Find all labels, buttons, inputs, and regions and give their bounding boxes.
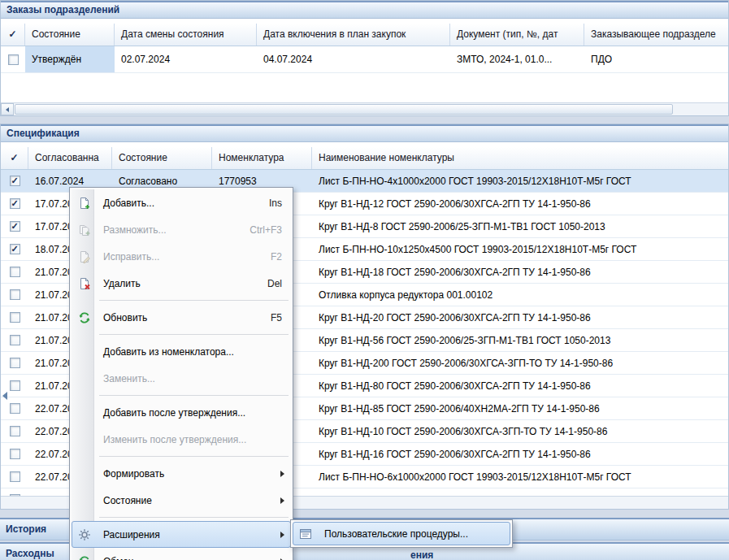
- row-checkbox[interactable]: [10, 426, 20, 436]
- extensions-submenu: Пользовательские процедуры...: [290, 519, 513, 548]
- row-checkbox[interactable]: ✓: [10, 176, 20, 186]
- row-checkbox[interactable]: [10, 312, 20, 323]
- splitter-collapse-icon[interactable]: [0, 388, 9, 404]
- specification-panel-title: Спецификация: [7, 128, 80, 139]
- menu-item-label: Добавить после утверждения...: [103, 407, 282, 419]
- refresh-icon: [78, 311, 91, 324]
- checkbox-cell: ✓: [1, 170, 28, 192]
- orders-cell[interactable]: ЗМТО, 2024-1, 01.0...: [450, 46, 584, 72]
- spec-cell[interactable]: Круг В1-НД-80 ГОСТ 2590-2006/30ХГСА-2ГП …: [312, 375, 728, 397]
- checkbox-cell: [1, 284, 28, 306]
- hscroll-thumb[interactable]: [15, 104, 673, 115]
- menu-item[interactable]: Добавить...Ins: [72, 189, 291, 216]
- menu-item-label: Формировать: [103, 468, 282, 480]
- orders-hscrollbar[interactable]: [1, 102, 728, 115]
- row-checkbox[interactable]: [10, 449, 20, 459]
- specification-panel-header: Спецификация: [1, 124, 728, 142]
- spec-cell[interactable]: Круг В1-НД-200 ГОСТ 2590-2006/30ХГСА-ЗГП…: [312, 352, 728, 374]
- page-add-icon: [78, 197, 91, 210]
- menu-item[interactable]: Обмен: [72, 548, 291, 560]
- checkbox-cell: [1, 466, 28, 488]
- page-copy-icon: [78, 224, 91, 237]
- menu-item-label: Обмен: [103, 556, 282, 560]
- spec-cell[interactable]: Круг В1-НД-85 ГОСТ 2590-2006/40ХН2МА-2ГП…: [312, 397, 728, 419]
- exchange-icon: [78, 555, 91, 560]
- spec-column-header[interactable]: Состояние: [112, 147, 212, 169]
- menu-separator: [72, 331, 291, 338]
- row-checkbox[interactable]: [10, 267, 20, 277]
- spec-cell[interactable]: Круг В1-НД-10 ГОСТ 2590-2006/30ХГСА-ЗГП-…: [312, 420, 728, 442]
- spec-cell[interactable]: Лист Б-ПН-НО-6х1000х2000 ГОСТ 19903-2015…: [312, 466, 728, 488]
- menu-separator: [72, 453, 291, 460]
- menu-item[interactable]: Состояние: [72, 487, 291, 514]
- spec-cell[interactable]: Лист Б-ПН-НО-10х1250х4500 ГОСТ 19903-201…: [312, 238, 728, 260]
- orders-column-header[interactable]: Состояние: [25, 24, 115, 46]
- spec-cell[interactable]: Круг В1-НД-18 ГОСТ 2590-2006/30ХГСА-2ГП …: [312, 261, 728, 283]
- row-checkbox[interactable]: [10, 403, 20, 414]
- scroll-left-arrow-icon: [6, 107, 9, 112]
- menu-separator: [72, 392, 291, 399]
- spec-cell[interactable]: Круг В1-НД-20 ГОСТ 2590-2006/30ХГСА-2ГП …: [312, 306, 728, 328]
- row-checkbox[interactable]: ✓: [10, 221, 20, 232]
- page-edit-icon: [78, 250, 91, 263]
- checkbox-cell: [1, 329, 28, 351]
- orders-cell[interactable]: 02.07.2024: [115, 46, 257, 72]
- menu-item-label: Добавить...: [103, 198, 254, 209]
- spec-select-all-header[interactable]: ✓: [1, 147, 28, 169]
- orders-column-header[interactable]: Заказывающее подразделе: [584, 24, 728, 46]
- checkbox-cell: [1, 46, 25, 72]
- menu-item: Исправить...F2: [72, 243, 291, 270]
- row-checkbox[interactable]: [10, 471, 20, 482]
- row-checkbox[interactable]: ✓: [10, 198, 20, 209]
- submenu-arrow-icon: [280, 497, 284, 504]
- menu-item[interactable]: ОбновитьF5: [72, 304, 291, 331]
- spec-column-header[interactable]: Согласованна: [28, 147, 112, 169]
- spec-cell[interactable]: Отливка корпуса редуктора 001.00102: [312, 284, 728, 306]
- menu-item-label: Размножить...: [103, 224, 235, 236]
- checkbox-cell: [1, 352, 28, 374]
- menu-item[interactable]: Формировать: [72, 460, 291, 487]
- checkbox-cell: ✓: [1, 215, 28, 237]
- orders-column-header[interactable]: Дата смены состояния: [115, 24, 257, 46]
- menu-item[interactable]: Пользовательские процедуры...: [293, 522, 510, 545]
- orders-cell[interactable]: ПДО: [584, 46, 728, 72]
- orders-grid-header: ✓СостояниеДата смены состоянияДата включ…: [1, 24, 728, 46]
- row-checkbox[interactable]: [10, 358, 20, 368]
- orders-cell[interactable]: Утверждён: [25, 46, 115, 72]
- spec-cell[interactable]: Круг В1-НД-8 ГОСТ 2590-2006/25-ЗГП-М1-ТВ…: [312, 215, 728, 237]
- submenu-arrow-icon: [280, 532, 284, 538]
- orders-grid-body: Утверждён02.07.202404.07.2024ЗМТО, 2024-…: [1, 46, 728, 102]
- scroll-left-button[interactable]: [1, 103, 14, 115]
- row-checkbox[interactable]: ✓: [10, 244, 20, 254]
- row-checkbox[interactable]: [10, 289, 20, 300]
- orders-column-header[interactable]: Дата включения в план закупок: [257, 24, 450, 46]
- checkbox-cell: [1, 306, 28, 328]
- user-procedures-icon: [299, 527, 312, 540]
- menu-separator: [72, 514, 291, 521]
- spec-cell[interactable]: Круг В1-НД-56 ГОСТ 2590-2006/25-ЗГП-М1-Т…: [312, 329, 728, 351]
- spec-column-header[interactable]: Наименование номенклатуры: [312, 147, 728, 169]
- menu-item[interactable]: Добавить из номенклатора...: [72, 338, 291, 365]
- menu-item[interactable]: УдалитьDel: [72, 270, 291, 297]
- checkbox-cell: [1, 420, 28, 442]
- menu-item[interactable]: Добавить после утверждения...: [72, 399, 291, 426]
- row-checkbox[interactable]: [10, 380, 20, 391]
- orders-cell[interactable]: 04.07.2024: [257, 46, 450, 72]
- spec-cell[interactable]: Круг В1-НД-12 ГОСТ 2590-2006/30ХГСА-2ГП …: [312, 193, 728, 215]
- submenu-arrow-icon: [280, 471, 284, 477]
- spec-cell[interactable]: Лист Б-ПН-НО-4х1000х2000 ГОСТ 19903-2015…: [312, 170, 728, 192]
- checkbox-cell: [1, 488, 28, 496]
- menu-item-label: Изменить после утверждения...: [103, 434, 282, 445]
- spec-column-header[interactable]: Номенклатура: [212, 147, 312, 169]
- history-panel-title: История: [6, 523, 46, 535]
- row-checkbox[interactable]: [10, 335, 20, 345]
- spec-cell[interactable]: Круг В1-НД-1.. ГОСТ 2590-2006/30ХГСА-2ГП…: [312, 488, 728, 496]
- orders-select-all-header[interactable]: ✓: [1, 24, 25, 46]
- specification-grid-header: ✓СогласованнаСостояниеНоменклатураНаимен…: [1, 147, 728, 170]
- menu-item[interactable]: Расширения: [72, 521, 291, 548]
- row-checkbox[interactable]: [8, 54, 19, 65]
- spec-cell[interactable]: Круг В1-НД-16 ГОСТ 2590-2006/30ХГСА-2ГП …: [312, 443, 728, 465]
- orders-table-row[interactable]: Утверждён02.07.202404.07.2024ЗМТО, 2024-…: [1, 46, 728, 73]
- menu-item-shortcut: Ctrl+F3: [250, 224, 282, 236]
- orders-column-header[interactable]: Документ (тип, №, дат: [450, 24, 584, 46]
